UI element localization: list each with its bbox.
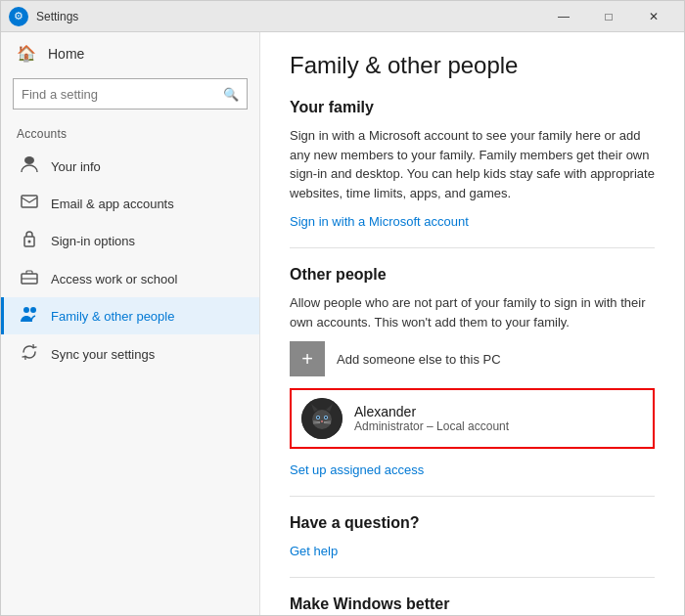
svg-point-7 xyxy=(30,307,36,313)
other-people-desc: Allow people who are not part of your fa… xyxy=(290,293,655,331)
sidebar-item-family[interactable]: Family & other people xyxy=(1,297,259,334)
svg-point-16 xyxy=(321,420,323,422)
divider-3 xyxy=(290,577,655,578)
setup-access-link[interactable]: Set up assigned access xyxy=(290,462,424,477)
divider-2 xyxy=(290,496,655,497)
sidebar-item-email-label: Email & app accounts xyxy=(51,197,174,211)
other-people-section: Other people Allow people who are not pa… xyxy=(290,266,655,478)
user-info: Alexander Administrator – Local account xyxy=(354,404,509,433)
sidebar-home[interactable]: 🏠 Home xyxy=(1,32,259,74)
svg-line-17 xyxy=(313,421,320,422)
add-person-icon: + xyxy=(290,341,325,376)
other-people-title: Other people xyxy=(290,266,655,284)
sidebar-item-sign-in[interactable]: Sign-in options xyxy=(1,221,259,260)
sidebar-item-work-label: Access work or school xyxy=(51,272,177,286)
window-title: Settings xyxy=(36,10,541,23)
user-item-alexander[interactable]: Alexander Administrator – Local account xyxy=(290,388,655,449)
sync-icon xyxy=(20,343,39,365)
question-section: Have a question? Get help xyxy=(290,514,655,559)
sidebar-item-your-info[interactable]: Your info xyxy=(1,147,259,186)
main-panel: Family & other people Your family Sign i… xyxy=(260,32,684,615)
search-input[interactable] xyxy=(22,87,223,102)
svg-line-18 xyxy=(313,423,320,424)
titlebar: ⚙ Settings — □ ✕ xyxy=(1,1,684,32)
home-icon: 🏠 xyxy=(17,44,36,63)
svg-rect-0 xyxy=(24,156,34,164)
user-name: Alexander xyxy=(354,404,509,419)
windows-better-section: Make Windows better xyxy=(290,595,655,613)
close-button[interactable]: ✕ xyxy=(631,1,676,32)
setup-access-container: Set up assigned access xyxy=(290,461,655,478)
your-family-title: Your family xyxy=(290,99,655,116)
microsoft-account-link[interactable]: Sign in with a Microsoft account xyxy=(290,214,469,229)
sign-in-icon xyxy=(20,230,39,251)
sidebar-section-title: Accounts xyxy=(1,123,259,147)
sidebar-item-work-school[interactable]: Access work or school xyxy=(1,260,259,297)
settings-window: ⚙ Settings — □ ✕ 🏠 Home 🔍 Accounts xyxy=(0,0,685,616)
svg-point-9 xyxy=(312,410,332,429)
page-title: Family & other people xyxy=(290,52,655,79)
sidebar-item-your-info-label: Your info xyxy=(51,159,101,174)
sidebar-item-sync[interactable]: Sync your settings xyxy=(1,334,259,374)
sidebar-item-email-accounts[interactable]: Email & app accounts xyxy=(1,186,259,221)
email-icon xyxy=(20,195,39,212)
svg-point-6 xyxy=(23,307,29,313)
maximize-button[interactable]: □ xyxy=(586,1,631,32)
svg-point-3 xyxy=(28,241,31,243)
svg-point-14 xyxy=(317,417,319,418)
settings-icon: ⚙ xyxy=(9,7,28,26)
work-school-icon xyxy=(20,269,39,288)
svg-line-20 xyxy=(324,423,331,424)
divider-1 xyxy=(290,247,655,248)
windows-better-title: Make Windows better xyxy=(290,595,655,613)
user-avatar xyxy=(301,398,342,439)
add-person-button[interactable]: + Add someone else to this PC xyxy=(290,341,501,376)
search-box[interactable]: 🔍 xyxy=(13,78,248,110)
minimize-button[interactable]: — xyxy=(541,1,586,32)
question-title: Have a question? xyxy=(290,514,655,532)
add-person-label: Add someone else to this PC xyxy=(337,352,501,367)
svg-rect-1 xyxy=(22,196,37,207)
main-content: 🏠 Home 🔍 Accounts Your info xyxy=(1,32,684,615)
user-role: Administrator – Local account xyxy=(354,419,509,433)
home-label: Home xyxy=(48,46,84,62)
search-icon: 🔍 xyxy=(223,87,239,102)
window-controls: — □ ✕ xyxy=(541,1,676,32)
sidebar-item-sync-label: Sync your settings xyxy=(51,347,155,362)
get-help-link[interactable]: Get help xyxy=(290,544,338,558)
svg-point-15 xyxy=(325,417,327,418)
your-info-icon xyxy=(20,155,39,177)
sidebar-item-signin-label: Sign-in options xyxy=(51,234,135,248)
svg-line-19 xyxy=(324,421,331,422)
your-family-desc: Sign in with a Microsoft account to see … xyxy=(290,126,655,202)
your-family-section: Your family Sign in with a Microsoft acc… xyxy=(290,99,655,230)
sidebar-item-family-label: Family & other people xyxy=(51,309,174,324)
sidebar: 🏠 Home 🔍 Accounts Your info xyxy=(1,32,260,615)
family-icon xyxy=(20,306,39,326)
